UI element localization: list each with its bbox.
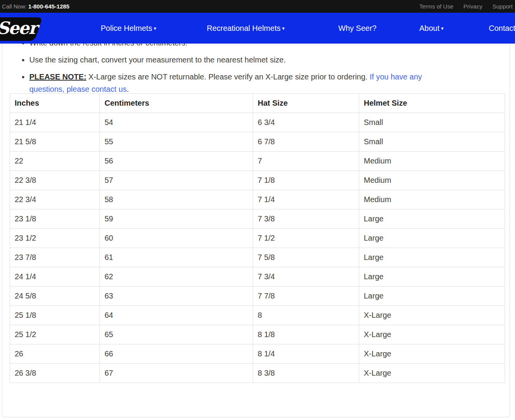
table-cell: Small	[359, 113, 505, 132]
table-cell: Large	[359, 287, 505, 306]
table-cell: 24 5/8	[10, 287, 100, 306]
nav-item-contact[interactable]: Contact	[489, 13, 515, 44]
table-cell: 8 1/8	[253, 325, 359, 344]
column-header-centimeters: Centimeters	[100, 94, 253, 113]
table-cell: Large	[359, 229, 505, 248]
table-row: 23 1/2607 1/2Large	[10, 229, 505, 248]
table-cell: Medium	[359, 190, 505, 209]
table-cell: 7 1/8	[253, 171, 359, 190]
please-note-label: PLEASE NOTE:	[29, 73, 86, 81]
table-row: 25 1/2658 1/8X-Large	[10, 325, 505, 344]
chevron-down-icon: ▾	[154, 25, 156, 31]
nav-item-why-seer[interactable]: Why Seer?	[338, 13, 377, 44]
utility-topbar: Call Now:1-800-645-1285 Terms of UsePriv…	[0, 0, 515, 13]
table-cell: 23 1/2	[10, 229, 100, 248]
table-cell: 64	[100, 306, 253, 325]
table-cell: 58	[100, 190, 253, 209]
table-cell: 63	[100, 287, 253, 306]
instruction-item: Use the sizing chart, convert your measu…	[29, 54, 495, 66]
table-cell: 24 1/4	[10, 267, 100, 287]
table-cell: Medium	[359, 152, 505, 171]
table-cell: 54	[100, 113, 253, 132]
table-cell: X-Large	[359, 325, 505, 344]
topbar-link-support[interactable]: Support	[492, 3, 513, 10]
table-cell: 22 3/8	[10, 171, 100, 190]
table-cell: Large	[359, 209, 505, 229]
table-cell: 8 1/4	[253, 344, 359, 364]
table-cell: 65	[100, 325, 253, 344]
table-cell: 21 5/8	[10, 132, 100, 152]
seer-logo-text[interactable]: Seer	[0, 18, 37, 38]
table-cell: 67	[100, 364, 253, 383]
table-cell: 8	[253, 306, 359, 325]
nav-item-police-helmets[interactable]: Police Helmets▾	[101, 13, 156, 44]
sizing-chart-table: InchesCentimetersHat SizeHelmet Size 21 …	[10, 93, 505, 383]
table-cell: 7 7/8	[253, 287, 359, 306]
table-cell: 21 1/4	[10, 113, 100, 132]
table-cell: X-Large	[359, 344, 505, 364]
call-now-label: Call Now:	[2, 3, 27, 10]
table-cell: 56	[100, 152, 253, 171]
table-cell: 23 1/8	[10, 209, 100, 229]
table-row: 22567Medium	[10, 152, 505, 171]
table-cell: 8 3/8	[253, 364, 359, 383]
table-row: 23 1/8597 3/8Large	[10, 209, 505, 229]
call-now: Call Now:1-800-645-1285	[2, 3, 69, 10]
table-cell: 62	[100, 267, 253, 287]
table-cell: 61	[100, 248, 253, 267]
note-text: X-Large sizes are NOT returnable. Please…	[86, 73, 370, 81]
table-row: 21 1/4546 3/4Small	[10, 113, 505, 132]
nav-item-about[interactable]: About▾	[419, 13, 444, 44]
table-cell: 6 3/4	[253, 113, 359, 132]
note-suffix: .	[127, 85, 129, 93]
table-cell: 57	[100, 171, 253, 190]
table-row: 26 3/8678 3/8X-Large	[10, 364, 505, 383]
table-cell: 22	[10, 152, 100, 171]
chevron-down-icon: ▾	[441, 25, 444, 31]
column-header-hat-size: Hat Size	[253, 94, 359, 113]
phone-number: 1-800-645-1285	[28, 3, 69, 10]
table-row: 23 7/8617 5/8Large	[10, 248, 505, 267]
table-cell: Small	[359, 132, 505, 152]
topbar-link-privacy[interactable]: Privacy	[463, 3, 482, 10]
table-cell: 59	[100, 209, 253, 229]
main-navbar: Seer Police Helmets▾Recreational Helmets…	[0, 13, 515, 44]
table-row: 24 5/8637 7/8Large	[10, 287, 505, 306]
nav-item-recreational-helmets[interactable]: Recreational Helmets▾	[207, 13, 285, 44]
table-row: 22 3/8577 1/8Medium	[10, 171, 505, 190]
table-cell: 26	[10, 344, 100, 364]
table-cell: 60	[100, 229, 253, 248]
topbar-link-terms-of-use[interactable]: Terms of Use	[419, 3, 453, 10]
table-cell: Large	[359, 248, 505, 267]
table-row: 24 1/4627 3/4Large	[10, 267, 505, 287]
sizing-instructions: Write down the result in inches or centi…	[12, 37, 495, 100]
table-row: 22 3/4587 1/4Medium	[10, 190, 505, 209]
table-cell: 26 3/8	[10, 364, 100, 383]
table-cell: 7 1/2	[253, 229, 359, 248]
table-row: 26668 1/4X-Large	[10, 344, 505, 364]
column-header-helmet-size: Helmet Size	[359, 94, 505, 113]
table-cell: 55	[100, 132, 253, 152]
table-cell: 25 1/2	[10, 325, 100, 344]
instruction-note-item: PLEASE NOTE: X-Large sizes are NOT retur…	[29, 71, 438, 95]
table-cell: 23 7/8	[10, 248, 100, 267]
table-body: 21 1/4546 3/4Small21 5/8556 7/8Small2256…	[10, 113, 505, 383]
chevron-down-icon: ▾	[282, 25, 285, 31]
table-cell: Large	[359, 267, 505, 287]
instruction-text: Use the sizing chart, convert your measu…	[29, 56, 286, 64]
table-row: 21 5/8556 7/8Small	[10, 132, 505, 152]
table-cell: Medium	[359, 171, 505, 190]
topbar-links: Terms of UsePrivacySupport	[419, 3, 513, 10]
table-cell: 7 1/4	[253, 190, 359, 209]
table-cell: 7 3/4	[253, 267, 359, 287]
table-cell: 7 5/8	[253, 248, 359, 267]
table-cell: 6 7/8	[253, 132, 359, 152]
table-cell: 66	[100, 344, 253, 364]
table-cell: 7	[253, 152, 359, 171]
table-header-row: InchesCentimetersHat SizeHelmet Size	[10, 94, 505, 113]
table-row: 25 1/8648X-Large	[10, 306, 505, 325]
table-cell: X-Large	[359, 364, 505, 383]
table-cell: 7 3/8	[253, 209, 359, 229]
table-cell: X-Large	[359, 306, 505, 325]
table-cell: 25 1/8	[10, 306, 100, 325]
